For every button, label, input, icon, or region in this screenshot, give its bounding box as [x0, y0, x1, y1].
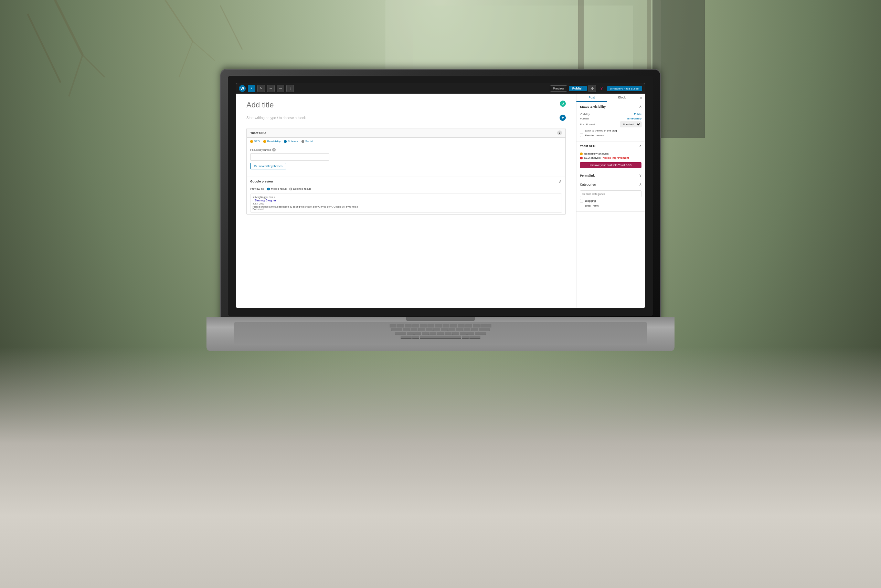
google-preview-title: Google preview	[250, 180, 273, 183]
spacebar-key	[420, 336, 461, 338]
seo-analysis-dot	[580, 157, 583, 159]
yoast-tab-social[interactable]: Social	[301, 140, 313, 143]
settings-gear-icon[interactable]: ⚙	[589, 85, 596, 92]
related-keyphrases-button[interactable]: Get related keyphrases	[250, 163, 286, 170]
post-title-input[interactable]	[246, 100, 557, 110]
yoast-tab-readability[interactable]: Readability	[263, 140, 281, 143]
svg-line-2	[55, 0, 82, 55]
post-format-select[interactable]: Standard	[620, 122, 641, 128]
readability-analysis-dot	[580, 153, 583, 155]
more-toolbar-btn[interactable]: ⋮	[286, 85, 294, 92]
sidebar-tabs: Post Block ×	[577, 94, 645, 102]
pending-review-label: Pending review	[585, 134, 604, 137]
publish-time-value[interactable]: Immediately	[627, 117, 641, 120]
svg-line-5	[27, 14, 61, 82]
google-preview-toggle-icon[interactable]: ∧	[559, 178, 562, 184]
key	[471, 328, 478, 331]
key	[435, 324, 442, 327]
publish-time-row: Publish Immediately	[580, 117, 641, 120]
readability-analysis-label: Readability analysis:	[584, 152, 609, 155]
editor-area[interactable]: ↺ Start writing or type / to choose a bl…	[236, 94, 576, 308]
stick-to-top-row: Stick to the top of the blog	[580, 129, 641, 132]
google-preview-header[interactable]: Google preview ∧	[247, 177, 565, 186]
categories-body: Blogging Blog Traffic	[577, 189, 645, 212]
stick-to-top-label: Stick to the top of the blog	[585, 129, 617, 132]
focus-keyphrase-input[interactable]	[250, 153, 329, 161]
permalink-header[interactable]: Permalink ∨	[577, 171, 645, 180]
stick-to-top-checkbox[interactable]	[580, 129, 583, 132]
yoast-panel-header[interactable]: Yoast SEO ▲	[247, 128, 565, 138]
categories-header[interactable]: Categories ∧	[577, 180, 645, 189]
category-blog-traffic-checkbox[interactable]	[580, 204, 583, 207]
publish-button[interactable]: Publish	[569, 86, 587, 91]
key	[465, 324, 472, 327]
google-preview-section: Google preview ∧ Preview as: Mobile resu…	[247, 177, 565, 213]
readability-analysis-row: Readability analysis:	[580, 152, 641, 155]
key	[426, 328, 433, 331]
desktop-radio-dot	[289, 188, 292, 190]
key	[397, 324, 404, 327]
status-visibility-body: Visibility Public Publish Immediately Po…	[577, 111, 645, 141]
undo-toolbar-btn[interactable]: ↩	[267, 85, 275, 92]
refresh-icon[interactable]: ↺	[560, 100, 566, 107]
status-visibility-section: Status & visibility ∧ Visibility Public	[577, 102, 645, 141]
tab-post[interactable]: Post	[577, 94, 607, 102]
key	[456, 328, 463, 331]
yoast-icon[interactable]: Y	[598, 85, 605, 92]
tab-block[interactable]: Block	[607, 94, 637, 102]
desktop-result-radio[interactable]: Desktop result	[289, 187, 311, 190]
key	[458, 324, 464, 327]
key	[467, 332, 474, 334]
key	[412, 336, 419, 338]
categories-search-input[interactable]	[580, 190, 641, 197]
edit-toolbar-btn[interactable]: ✎	[258, 85, 265, 92]
visibility-value[interactable]: Public	[634, 112, 641, 116]
wp-logo[interactable]: W	[239, 85, 246, 92]
improve-yoast-button[interactable]: Improve your post with Yoast SEO	[580, 162, 641, 168]
key	[430, 332, 436, 334]
key	[448, 328, 455, 331]
google-title-link[interactable]: · Striving Blogger	[253, 199, 560, 202]
add-block-toolbar-btn[interactable]: +	[248, 85, 255, 92]
sidebar-close-btn[interactable]: ×	[637, 94, 645, 102]
wp-main-content: ↺ Start writing or type / to choose a bl…	[236, 94, 645, 308]
key	[391, 328, 402, 331]
permalink-chevron: ∨	[639, 174, 641, 177]
laptop: W + ✎ ↩ ↪ ⋮ Preview Publish ⚙ Y	[220, 69, 661, 351]
permalink-section: Permalink ∨	[577, 171, 645, 180]
key	[427, 324, 434, 327]
svg-line-6	[165, 0, 193, 41]
focus-keyphrase-help-icon[interactable]: ?	[272, 148, 276, 152]
pending-review-checkbox[interactable]	[580, 134, 583, 137]
svg-line-3	[69, 55, 82, 96]
yoast-collapse-btn[interactable]: ▲	[557, 130, 562, 135]
laptop-hinge	[406, 317, 475, 321]
keyboard-row-3	[236, 332, 645, 334]
yoast-seo-panel: Yoast SEO ▲ SEO	[246, 128, 566, 215]
yoast-seo-sidebar-header[interactable]: Yoast SEO ∧	[577, 141, 645, 150]
yoast-tab-seo[interactable]: SEO	[250, 140, 260, 143]
key	[443, 324, 449, 327]
wp-sidebar: Post Block × Status & visibility ∧	[576, 94, 645, 308]
redo-toolbar-btn[interactable]: ↪	[277, 85, 284, 92]
key	[452, 332, 459, 334]
wp-toolbar: W + ✎ ↩ ↪ ⋮ Preview Publish ⚙ Y	[236, 83, 645, 94]
keyboard-rows	[234, 322, 647, 340]
content-placeholder[interactable]: Start writing or type / to choose a bloc…	[246, 115, 556, 121]
key	[441, 328, 448, 331]
mobile-result-radio[interactable]: Mobile result	[267, 187, 286, 190]
keyboard-row-space	[236, 336, 645, 338]
preview-button[interactable]: Preview	[550, 86, 567, 92]
status-visibility-header[interactable]: Status & visibility ∧	[577, 102, 645, 111]
wpbakery-button[interactable]: WPBakery Page Builder	[607, 86, 642, 91]
post-content-area: Start writing or type / to choose a bloc…	[246, 115, 566, 121]
laptop-lid: W + ✎ ↩ ↪ ⋮ Preview Publish ⚙ Y	[220, 69, 661, 324]
category-blogging-checkbox[interactable]	[580, 199, 583, 202]
google-site-name: strivingblogger.com ›	[253, 196, 560, 198]
keyboard-row-1	[236, 324, 645, 327]
add-block-inline-btn[interactable]: +	[560, 115, 566, 121]
screen-bezel: W + ✎ ↩ ↪ ⋮ Preview Publish ⚙ Y	[228, 76, 653, 316]
key	[473, 324, 480, 327]
svg-line-8	[193, 41, 215, 61]
yoast-tab-schema[interactable]: Schema	[284, 140, 298, 143]
